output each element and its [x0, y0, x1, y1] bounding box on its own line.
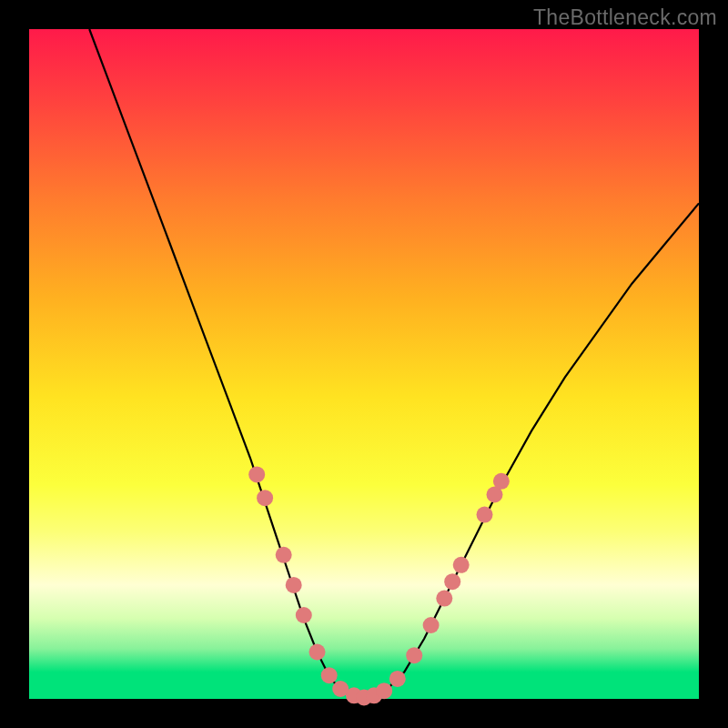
- hardware-point: [453, 557, 470, 573]
- hardware-point: [321, 667, 338, 683]
- gradient-plot-area: [29, 29, 699, 699]
- hardware-point: [309, 644, 326, 661]
- watermark-text: TheBottleneck.com: [533, 5, 717, 30]
- hardware-point: [477, 507, 493, 523]
- hardware-point: [406, 647, 422, 663]
- hardware-point: [286, 577, 302, 593]
- hardware-point: [296, 607, 312, 623]
- hardware-point: [389, 671, 406, 687]
- hardware-point: [423, 617, 440, 633]
- bottleneck-curve: [89, 29, 699, 699]
- hardware-point: [436, 591, 452, 607]
- hardware-point: [276, 547, 292, 563]
- hardware-point: [376, 682, 392, 699]
- hardware-point: [248, 466, 265, 482]
- hardware-point: [444, 573, 460, 590]
- hardware-point: [493, 473, 510, 490]
- hardware-point: [257, 490, 273, 506]
- hardware-points-group: [248, 466, 510, 705]
- chart-svg: [29, 29, 699, 699]
